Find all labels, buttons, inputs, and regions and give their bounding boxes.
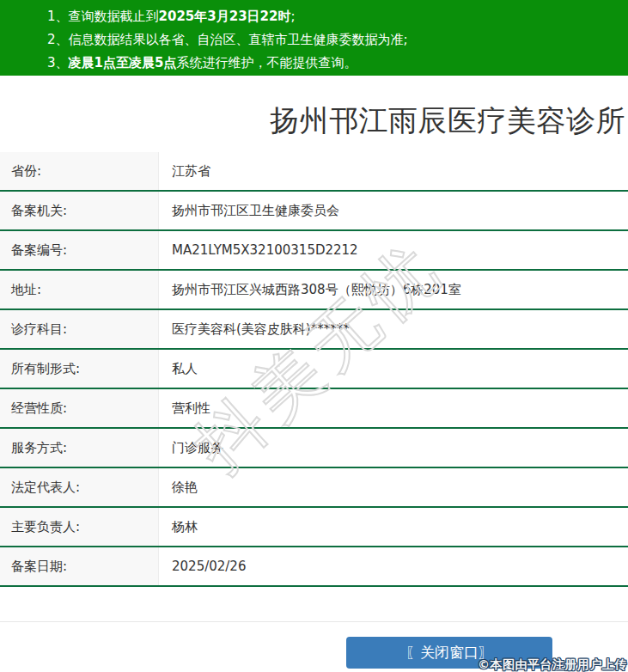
row-label: 备案机关: (0, 192, 159, 229)
row-value: 私人 (159, 350, 198, 388)
query-result-page: 1、查询数据截止到2025年3月23日22时; 2、信息数据结果以各省、自治区、… (0, 0, 628, 672)
notice-text: 2、信息数据结果以各省、自治区、直辖市卫生健康委数据为准; (47, 32, 408, 47)
row-value: 扬州市邗江区兴城西路308号（熙悦坊）6栋201室 (159, 271, 461, 309)
table-row: 备案日期: 2025/02/26 (0, 547, 628, 587)
notice-line: 2、信息数据结果以各省、自治区、直辖市卫生健康委数据为准; (47, 28, 628, 52)
footer-spacer (0, 587, 628, 621)
notice-text: ; (290, 9, 295, 24)
row-label: 省份: (0, 152, 159, 190)
row-value: 杨林 (159, 508, 198, 546)
title-area: 扬州邗江雨辰医疗美容诊所 (0, 76, 628, 152)
row-label: 所有制形式: (0, 350, 159, 388)
table-row: 备案编号: MA21LYM5X32100315D2212 (0, 231, 628, 271)
row-value: 扬州市邗江区卫生健康委员会 (159, 192, 339, 229)
footer-divider (0, 621, 628, 622)
upload-credit-watermark: ©本图由平台注册用户上传 (478, 657, 627, 672)
row-value: 营利性 (159, 389, 210, 427)
notice-text: 3、 (47, 55, 69, 70)
notice-text: 系统进行维护，不能提供查询。 (176, 55, 357, 70)
table-row: 所有制形式: 私人 (0, 350, 628, 389)
row-label: 服务方式: (0, 429, 159, 467)
row-label: 地址: (0, 271, 159, 309)
table-row: 诊疗科目: 医疗美容科(美容皮肤科)****** (0, 310, 628, 350)
table-row: 备案机关: 扬州市邗江区卫生健康委员会 (0, 192, 628, 231)
page-title: 扬州邗江雨辰医疗美容诊所 (270, 103, 625, 137)
row-label: 诊疗科目: (0, 310, 159, 348)
row-value: 徐艳 (159, 468, 198, 506)
row-value: 门诊服务 (159, 429, 223, 467)
row-label: 备案编号: (0, 231, 159, 269)
table-row: 地址: 扬州市邗江区兴城西路308号（熙悦坊）6栋201室 (0, 271, 628, 310)
row-value: MA21LYM5X32100315D2212 (159, 231, 358, 269)
row-label: 法定代表人: (0, 468, 159, 506)
table-row: 服务方式: 门诊服务 (0, 429, 628, 468)
record-table: 省份: 江苏省 备案机关: 扬州市邗江区卫生健康委员会 备案编号: MA21LY… (0, 152, 628, 587)
row-label: 经营性质: (0, 389, 159, 427)
row-value: 江苏省 (159, 152, 210, 190)
table-row: 主要负责人: 杨林 (0, 508, 628, 547)
notice-line: 1、查询数据截止到2025年3月23日22时; (47, 5, 628, 28)
notice-line: 3、凌晨1点至凌晨5点系统进行维护，不能提供查询。 (47, 52, 628, 75)
notice-banner: 1、查询数据截止到2025年3月23日22时; 2、信息数据结果以各省、自治区、… (0, 0, 628, 76)
notice-bold-text: 凌晨1点至凌晨5点 (69, 55, 177, 70)
notice-bold-text: 2025年3月23日22时 (159, 9, 291, 24)
row-value: 医疗美容科(美容皮肤科)****** (159, 310, 350, 348)
table-row: 法定代表人: 徐艳 (0, 468, 628, 508)
row-label: 备案日期: (0, 547, 159, 585)
row-value: 2025/02/26 (159, 547, 246, 585)
row-label: 主要负责人: (0, 508, 159, 546)
table-row: 省份: 江苏省 (0, 152, 628, 192)
notice-text: 1、查询数据截止到 (47, 9, 159, 24)
table-row: 经营性质: 营利性 (0, 389, 628, 429)
